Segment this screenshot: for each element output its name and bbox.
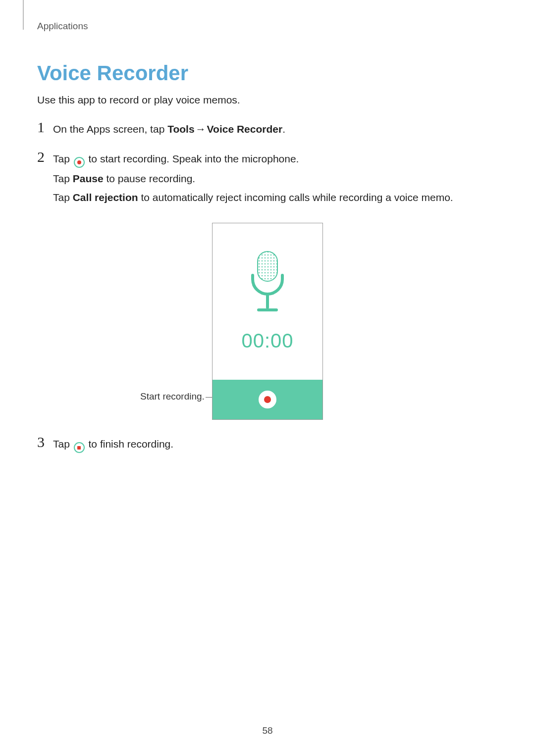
page-title: Voice Recorder [37,61,498,85]
record-dot-icon [264,396,271,403]
text: to automatically reject incoming calls w… [138,192,453,203]
text: . [282,123,285,135]
text: Tap [53,173,73,184]
step-3: 3 Tap to finish recording. [37,435,498,456]
svg-rect-1 [258,252,277,281]
microphone-icon [246,251,289,315]
stop-icon [74,442,85,453]
text: On the Apps screen, tap [53,123,167,135]
step-number: 3 [37,435,53,450]
bold-tools: Tools [167,123,194,135]
text: to finish recording. [86,438,173,450]
header-rule [23,0,24,30]
recording-timer: 00:00 [241,330,293,352]
text: to pause recording. [104,173,196,184]
step-number: 1 [37,120,53,135]
intro-text: Use this app to record or play voice mem… [37,94,498,106]
bold-voice-recorder: Voice Recorder [207,123,283,135]
text: to start recording. Speak into the micro… [86,153,299,164]
text: Tap [53,438,73,450]
arrow-icon: → [195,123,207,135]
voice-recorder-figure: Start recording. 00: [37,223,498,420]
phone-screenshot: 00:00 [212,223,323,420]
record-icon [74,157,85,168]
page-number: 58 [0,725,535,736]
step-number: 2 [37,150,53,164]
bold-call-rejection: Call rejection [73,192,138,203]
section-label: Applications [37,21,498,32]
text: Tap [53,192,73,203]
step-2: 2 Tap to start recording. Speak into the… [37,150,498,209]
record-bar [213,380,322,419]
callout-start-recording: Start recording. [140,391,205,402]
step-1: 1 On the Apps screen, tap Tools→Voice Re… [37,120,498,141]
text: Tap [53,153,73,164]
bold-pause: Pause [73,173,104,184]
record-button[interactable] [259,391,276,408]
